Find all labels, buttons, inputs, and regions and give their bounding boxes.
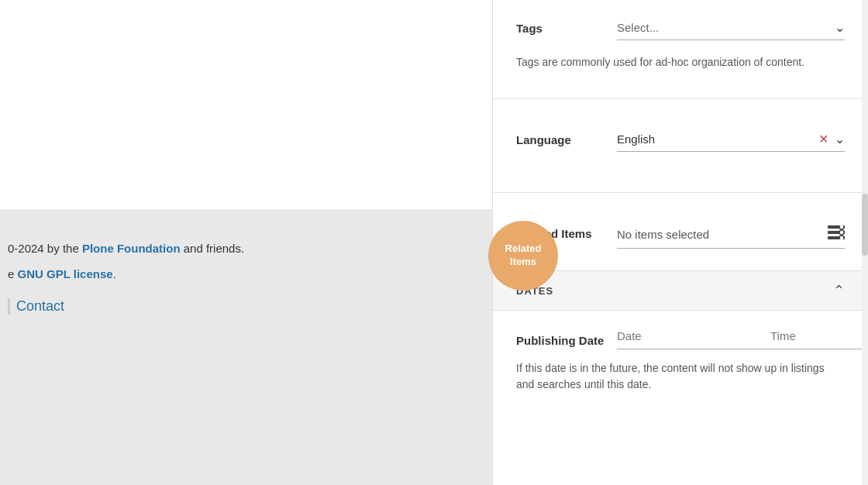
tags-field-row: Tags Select... ⌄ — [516, 15, 845, 46]
no-items-text: No items selected — [617, 228, 709, 241]
language-select[interactable]: English ✕ ⌄ — [617, 127, 845, 152]
gnu-link[interactable]: GNU GPL license — [18, 267, 113, 280]
publishing-date-row: Publishing Date ✕ — [516, 326, 845, 349]
language-field-row: Language English ✕ ⌄ — [516, 127, 845, 158]
collapse-dates-icon: ⌃ — [833, 282, 845, 299]
svg-point-4 — [839, 230, 844, 235]
divider-tags-language — [493, 98, 868, 99]
svg-point-3 — [839, 225, 844, 229]
gnu-prefix: e — [8, 267, 18, 280]
gnu-suffix: . — [113, 267, 116, 280]
language-control: English ✕ ⌄ — [617, 127, 845, 152]
gnu-text: e GNU GPL license. — [8, 266, 477, 284]
time-input[interactable] — [770, 326, 868, 346]
copyright-suffix: and friends. — [181, 242, 245, 255]
contact-link[interactable]: Contact — [8, 298, 477, 315]
tooltip-text: RelatedItems — [501, 239, 546, 273]
copyright-text: 0-2024 by the Plone Foundation and frien… — [8, 240, 477, 258]
copyright-prefix: 0-2024 by the — [8, 242, 82, 255]
scrollbar-thumb[interactable] — [862, 194, 868, 256]
publishing-date-label: Publishing Date — [516, 326, 617, 349]
publishing-date-control: ✕ — [617, 326, 868, 349]
chevron-down-icon: ⌄ — [835, 20, 845, 35]
tags-control: Select... ⌄ — [617, 15, 845, 40]
divider-language-related — [493, 192, 868, 193]
relate-items-tooltip[interactable]: RelatedItems — [488, 221, 558, 291]
svg-point-5 — [839, 236, 844, 239]
browse-items-icon[interactable] — [828, 225, 845, 243]
clear-language-icon[interactable]: ✕ — [818, 132, 828, 146]
date-time-inputs: ✕ — [617, 326, 868, 349]
language-section: Language English ✕ ⌄ — [493, 112, 868, 180]
language-value: English — [617, 132, 655, 146]
left-bottom-area: 0-2024 by the Plone Foundation and frien… — [0, 209, 492, 485]
date-input[interactable] — [617, 326, 764, 346]
tags-description: Tags are commonly used for ad-hoc organi… — [516, 54, 845, 71]
tags-select[interactable]: Select... ⌄ — [617, 15, 845, 40]
publishing-date-description: If this date is in the future, the conte… — [516, 360, 845, 393]
tags-section: Tags Select... ⌄ Tags are commonly used … — [493, 0, 868, 86]
language-label: Language — [516, 127, 617, 146]
language-actions: ✕ ⌄ — [818, 132, 845, 146]
dates-content: Publishing Date ✕ If this date is in the… — [493, 311, 868, 408]
tags-placeholder: Select... — [617, 21, 659, 34]
left-panel: 0-2024 by the Plone Foundation and frien… — [0, 0, 492, 485]
related-items-row: Related Items No items selected — [516, 221, 845, 255]
tags-label: Tags — [516, 15, 617, 35]
related-items-control: No items selected — [617, 221, 845, 249]
scrollbar-track — [862, 0, 868, 485]
chevron-down-icon: ⌄ — [835, 132, 845, 146]
plone-foundation-link[interactable]: Plone Foundation — [82, 242, 181, 255]
left-top-area — [0, 0, 492, 209]
